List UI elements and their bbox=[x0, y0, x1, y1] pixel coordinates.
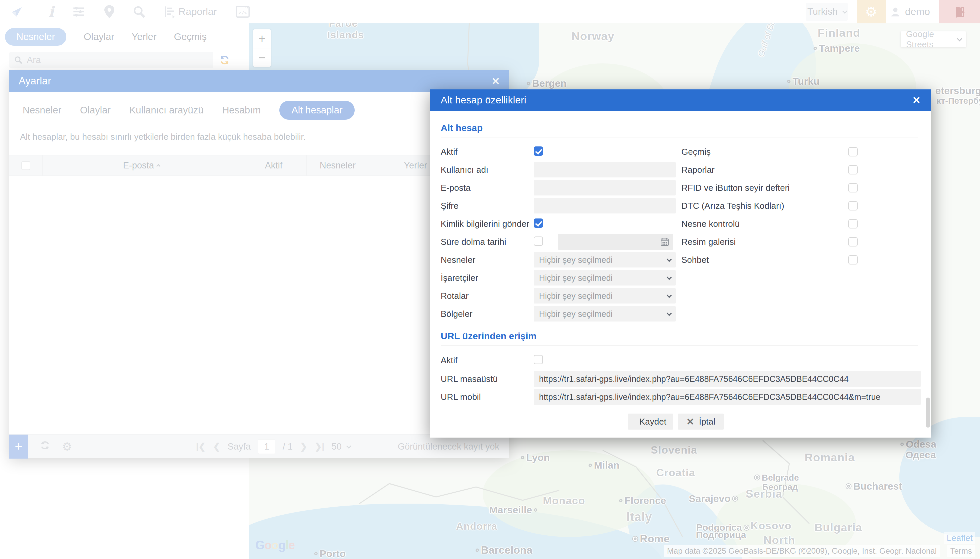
label-url-mobil: URL mobil bbox=[441, 392, 481, 402]
url-aktif-checkbox[interactable] bbox=[534, 355, 543, 366]
chevron-down-icon bbox=[667, 256, 672, 262]
label-rotalar: Rotalar bbox=[441, 291, 469, 301]
sure-dolma-date-input[interactable] bbox=[558, 234, 673, 250]
raporlar-checkbox[interactable] bbox=[848, 165, 858, 174]
label-sohbet: Sohbet bbox=[681, 255, 709, 265]
modal-scrollbar[interactable] bbox=[926, 398, 930, 428]
section-divider bbox=[441, 137, 918, 137]
section-divider bbox=[441, 345, 918, 346]
rotalar-select[interactable]: Hiçbir şey seçilmedi bbox=[534, 288, 676, 304]
nesneler-select[interactable]: Hiçbir şey seçilmedi bbox=[534, 252, 676, 268]
section-url-erisim: URL üzerinden erişim bbox=[441, 331, 536, 342]
app-screen: Faroe Islands Norway Finland Tampere Tur… bbox=[0, 0, 980, 559]
chevron-down-icon bbox=[667, 275, 672, 280]
gecmis-checkbox[interactable] bbox=[848, 147, 858, 156]
sohbet-checkbox[interactable] bbox=[848, 255, 858, 265]
cancel-x-icon: ✕ bbox=[686, 416, 694, 427]
label-aktif: Aktif bbox=[441, 147, 458, 157]
eposta-input[interactable] bbox=[534, 180, 676, 195]
label-bolgeler: Bölgeler bbox=[441, 309, 472, 319]
cancel-button[interactable]: ✕ İptal bbox=[678, 413, 724, 430]
kullanici-adi-input[interactable] bbox=[534, 162, 676, 177]
label-eposta: E-posta bbox=[441, 183, 471, 193]
label-nesneler: Nesneler bbox=[441, 255, 475, 265]
save-button[interactable]: Kaydet bbox=[628, 413, 673, 430]
resim-galerisi-checkbox[interactable] bbox=[848, 237, 858, 246]
label-gecmis: Geçmiş bbox=[681, 147, 711, 157]
label-resim-galerisi: Resim galerisi bbox=[681, 237, 736, 247]
subaccount-modal-body: Alt hesap Aktif Kullanıcı adı E-posta Şi… bbox=[430, 111, 931, 438]
bolgeler-select[interactable]: Hiçbir şey seçilmedi bbox=[534, 306, 676, 321]
section-alt-hesap: Alt hesap bbox=[441, 123, 483, 133]
isaretciler-select[interactable]: Hiçbir şey seçilmedi bbox=[534, 270, 676, 286]
subaccount-modal-header: Alt hesap özellikleri ✕ bbox=[430, 89, 931, 111]
subaccount-modal-title: Alt hesap özellikleri bbox=[441, 94, 912, 106]
url-masaustu-input[interactable] bbox=[534, 371, 921, 387]
label-rfid: RFID ve iButton seyir defteri bbox=[681, 183, 790, 193]
label-dtc: DTC (Arıza Teşhis Kodları) bbox=[681, 201, 784, 211]
chevron-down-icon bbox=[667, 293, 672, 298]
calendar-icon bbox=[660, 238, 669, 246]
dtc-checkbox[interactable] bbox=[848, 201, 858, 210]
label-sure-dolma: Süre dolma tarihi bbox=[441, 237, 506, 247]
label-sifre: Şifre bbox=[441, 201, 458, 211]
label-kullanici-adi: Kullanıcı adı bbox=[441, 165, 488, 175]
label-url-aktif: Aktif bbox=[441, 355, 458, 366]
chevron-down-icon bbox=[667, 311, 672, 316]
url-mobil-input[interactable] bbox=[534, 389, 921, 405]
label-raporlar: Raporlar bbox=[681, 165, 715, 175]
rfid-checkbox[interactable] bbox=[848, 183, 858, 192]
sifre-input[interactable] bbox=[534, 198, 676, 213]
aktif-checkbox[interactable] bbox=[534, 146, 543, 157]
label-isaretciler: İşaretçiler bbox=[441, 273, 478, 283]
label-nesne-kontrolu: Nesne kontrolü bbox=[681, 219, 740, 229]
sure-dolma-checkbox[interactable] bbox=[534, 237, 543, 247]
nesne-kontrolu-checkbox[interactable] bbox=[848, 219, 858, 228]
close-icon[interactable]: ✕ bbox=[912, 94, 921, 106]
kimlik-gonder-checkbox[interactable] bbox=[534, 218, 543, 229]
subaccount-modal: Alt hesap özellikleri ✕ Alt hesap Aktif … bbox=[430, 89, 931, 438]
label-url-masaustu: URL masaüstü bbox=[441, 374, 498, 384]
label-kimlik-gonder: Kimlik bilgilerini gönder bbox=[441, 219, 530, 229]
